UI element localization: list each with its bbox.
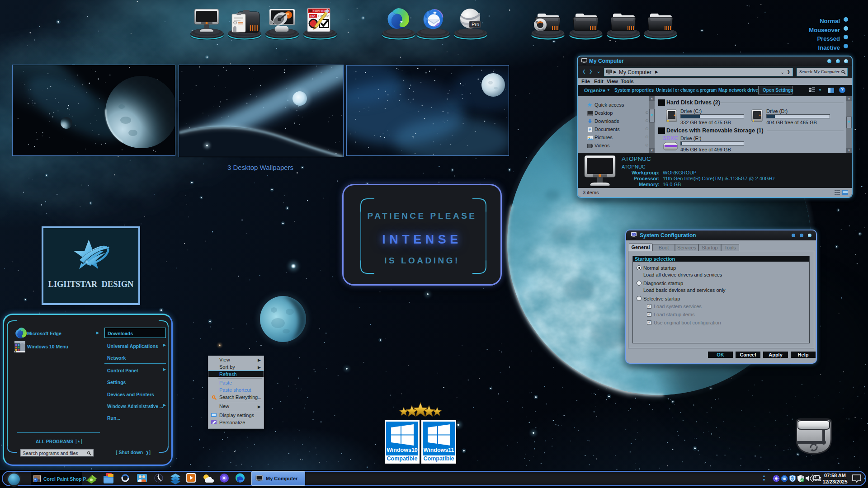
svg-text:File: File bbox=[310, 14, 315, 18]
svg-text:Pro: Pro bbox=[472, 22, 479, 27]
svg-text:SDXC: SDXC bbox=[663, 135, 678, 141]
